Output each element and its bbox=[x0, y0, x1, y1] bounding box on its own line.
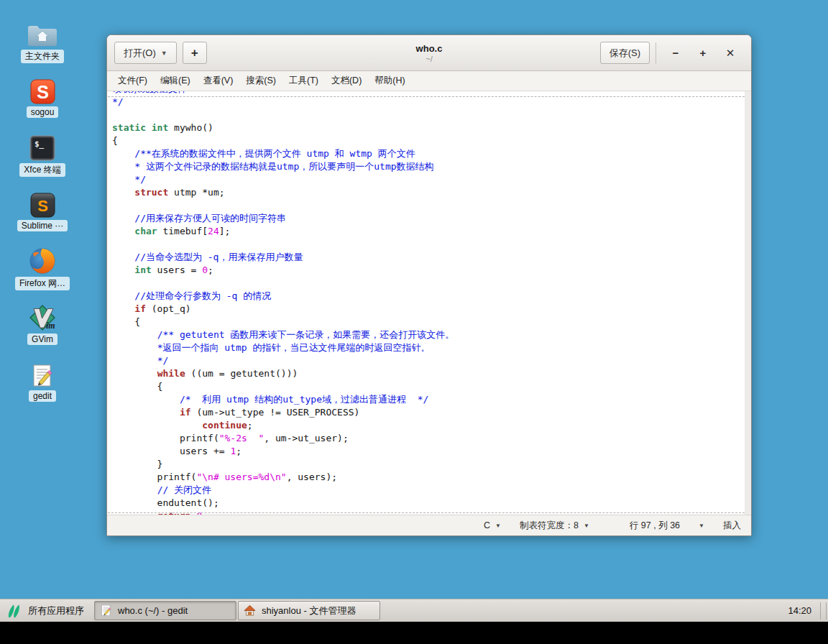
desktop-icon-label: Sublime ··· bbox=[17, 220, 68, 231]
code-line: /* 利用 utmp 结构的ut_type域，过滤出普通进程 */ bbox=[112, 393, 745, 406]
terminal-icon: $_ bbox=[29, 129, 55, 161]
panel-handle[interactable] bbox=[820, 602, 827, 620]
gedit-icon bbox=[30, 356, 55, 388]
code-line: if (um->ut_type != USER_PROCESS) bbox=[112, 406, 745, 419]
new-document-button[interactable]: + bbox=[183, 42, 207, 64]
open-button-label: 打开(O) bbox=[124, 47, 156, 60]
code-line: { bbox=[112, 316, 745, 328]
code-line: } bbox=[112, 458, 745, 471]
chevron-down-icon: ▼ bbox=[161, 50, 167, 57]
desktop-icon-sublime[interactable]: SSublime ··· bbox=[9, 186, 76, 243]
code-line: * 这两个文件记录的数据结构就是utmp，所以要声明一个utmp数据结构 bbox=[112, 160, 745, 173]
statusbar-dropdown[interactable]: ▼ bbox=[699, 523, 704, 529]
code-line bbox=[112, 199, 745, 212]
insert-mode-label: 插入 bbox=[723, 520, 741, 532]
desktop-icon-label: Xfce 终端 bbox=[19, 163, 65, 177]
desktop-icon-gedit[interactable]: gedit bbox=[9, 356, 76, 413]
svg-text:S: S bbox=[37, 82, 49, 102]
sogou-icon: S bbox=[30, 73, 55, 104]
clock[interactable]: 14:20 bbox=[788, 605, 811, 616]
all-applications-button[interactable]: 所有应用程序 bbox=[0, 599, 93, 622]
all-applications-label: 所有应用程序 bbox=[28, 604, 84, 617]
code-line: char timebuf[24]; bbox=[112, 225, 745, 238]
editor-viewport: 读取系统数据文件*/ static int mywho(){ /**在系统的数据… bbox=[107, 91, 751, 515]
svg-text:S: S bbox=[37, 197, 48, 215]
document-path: ~/ bbox=[323, 55, 535, 63]
document-title: who.c bbox=[323, 43, 535, 54]
scrollbar[interactable] bbox=[745, 91, 751, 515]
menu-item-5[interactable]: 文档(D) bbox=[325, 71, 368, 91]
open-button[interactable]: 打开(O) ▼ bbox=[114, 42, 177, 64]
desktop-icon-home-folder[interactable]: 主文件夹 bbox=[9, 16, 76, 73]
desktop-icon-label: Firefox 网… bbox=[15, 277, 70, 290]
code-line: */ bbox=[112, 173, 745, 186]
code-line: { bbox=[112, 134, 745, 147]
close-button[interactable]: ✕ bbox=[717, 42, 744, 64]
code-editor[interactable]: 读取系统数据文件*/ static int mywho(){ /**在系统的数据… bbox=[107, 91, 745, 515]
insert-mode-indicator[interactable]: 插入 bbox=[723, 520, 741, 532]
desktop-icon-sogou[interactable]: Ssogou bbox=[9, 73, 76, 129]
statusbar: C ▼ 制表符宽度：8 ▼ 行 97 , 列 36 ▼ 插入 bbox=[107, 515, 751, 535]
menu-item-2[interactable]: 查看(V) bbox=[197, 71, 240, 91]
code-line: { bbox=[112, 380, 745, 393]
chevron-down-icon: ▼ bbox=[584, 523, 589, 529]
window-title: who.c ~/ bbox=[323, 43, 535, 63]
home-icon bbox=[244, 604, 256, 617]
menu-item-4[interactable]: 工具(T) bbox=[282, 71, 325, 91]
code-line: // 关闭文件 bbox=[112, 484, 745, 497]
code-line: *返回一个指向 utmp 的指针，当已达文件尾端的时返回空指针。 bbox=[112, 341, 745, 354]
code-line: /**在系统的数据文件中，提供两个文件 utmp 和 wtmp 两个文件 bbox=[112, 147, 745, 160]
desktop-icon-label: sogou bbox=[27, 106, 59, 118]
desktop-icon-xfce-terminal[interactable]: $_Xfce 终端 bbox=[9, 129, 76, 186]
code-line: printf("\n# users=%d\n", users); bbox=[112, 471, 745, 484]
firefox-icon bbox=[29, 243, 56, 275]
code-line: continue; bbox=[112, 419, 745, 432]
code-line: //当命令选型为 -q，用来保存用户数量 bbox=[112, 251, 745, 264]
taskbar-button-gedit-window[interactable]: who.c (~/) - gedit bbox=[94, 601, 236, 620]
maximize-button[interactable]: + bbox=[689, 42, 717, 64]
menu-item-3[interactable]: 搜索(S) bbox=[239, 71, 282, 91]
code-line bbox=[112, 109, 745, 121]
desktop-icon-label: gedit bbox=[29, 390, 56, 402]
scroll-undershoot-bottom bbox=[108, 512, 745, 513]
taskbar-button-label: who.c (~/) - gedit bbox=[118, 605, 188, 616]
shiyanlou-logo-icon bbox=[6, 603, 22, 619]
code-line: endutent(); bbox=[112, 497, 745, 510]
taskbar-button-label: shiyanlou - 文件管理器 bbox=[262, 604, 356, 617]
screen-letterbox bbox=[0, 622, 828, 644]
scroll-undershoot-top bbox=[108, 96, 745, 97]
code-line: //处理命令行参数为 -q 的情况 bbox=[112, 290, 745, 303]
desktop-icon-firefox[interactable]: Firefox 网… bbox=[9, 243, 76, 300]
gedit-headerbar: 打开(O) ▼ + who.c ~/ 保存(S) − + ✕ bbox=[107, 35, 751, 71]
gedit-window: 打开(O) ▼ + who.c ~/ 保存(S) − + ✕ 文件(F)编辑(E… bbox=[106, 34, 752, 536]
cursor-position: 行 97 , 列 36 bbox=[630, 520, 680, 532]
language-selector[interactable]: C ▼ bbox=[484, 520, 501, 530]
taskbar: 所有应用程序 who.c (~/) - geditshiyanlou - 文件管… bbox=[0, 599, 828, 622]
code-line: static int mywho() bbox=[112, 121, 745, 134]
desktop-icon-column: 主文件夹Ssogou$_Xfce 终端SSublime ···Firefox 网… bbox=[9, 16, 76, 413]
code-line: int users = 0; bbox=[112, 264, 745, 277]
headerbar-separator bbox=[656, 42, 656, 64]
menu-item-0[interactable]: 文件(F) bbox=[111, 71, 154, 91]
home-folder-icon bbox=[27, 16, 58, 47]
code-line: struct utmp *um; bbox=[112, 186, 745, 199]
code-line: */ bbox=[112, 96, 745, 109]
chevron-down-icon: ▼ bbox=[495, 523, 501, 529]
chevron-down-icon: ▼ bbox=[699, 523, 704, 529]
minimize-button[interactable]: − bbox=[662, 42, 689, 64]
menu-item-1[interactable]: 编辑(E) bbox=[154, 71, 197, 91]
code-line: //用来保存方便人可读的时间字符串 bbox=[112, 212, 745, 225]
sublime-icon: S bbox=[30, 186, 55, 218]
code-line: if (opt_q) bbox=[112, 303, 745, 316]
desktop-icon-gvim[interactable]: imGVim bbox=[9, 300, 76, 356]
tab-width-selector[interactable]: 制表符宽度：8 ▼ bbox=[520, 520, 589, 532]
code-line bbox=[112, 238, 745, 251]
gvim-icon: im bbox=[28, 300, 57, 331]
save-button[interactable]: 保存(S) bbox=[600, 42, 650, 64]
code-line: users += 1; bbox=[112, 445, 745, 458]
desktop-icon-label: 主文件夹 bbox=[21, 50, 64, 63]
taskbar-button-file-manager-window[interactable]: shiyanlou - 文件管理器 bbox=[238, 601, 380, 620]
menu-item-6[interactable]: 帮助(H) bbox=[368, 71, 411, 91]
code-line: */ bbox=[112, 354, 745, 367]
cursor-position-label: 行 97 , 列 36 bbox=[630, 520, 680, 532]
